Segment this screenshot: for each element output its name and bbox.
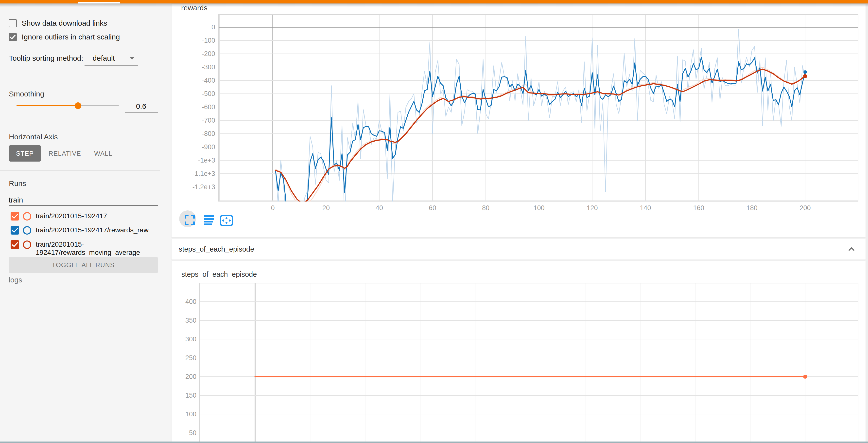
y-axis-tick-label: -1.2e+3 [183, 183, 215, 191]
y-axis-tick-label: 50 [164, 429, 196, 437]
steps-chart-title: steps_of_each_episode [181, 270, 257, 278]
y-axis-tick-label: -200 [183, 50, 215, 58]
section-header-card[interactable] [171, 239, 866, 260]
horizontal-axis-heading: Horizontal Axis [9, 133, 58, 141]
axis-option-wall[interactable]: WALL [92, 145, 114, 161]
divider [0, 124, 160, 124]
x-axis-tick-label: 200 [790, 204, 820, 212]
checkbox-label: Show data download links [22, 19, 107, 27]
run-solo-radio[interactable] [23, 240, 31, 249]
y-axis-tick-label: 0 [183, 24, 215, 31]
x-axis-tick-label: 160 [684, 204, 713, 212]
series-line [276, 29, 805, 202]
y-axis-tick-label: 350 [164, 317, 196, 324]
check-icon [11, 213, 19, 219]
run-label: train/20201015-192417/rewards_raw [36, 226, 159, 234]
run-row[interactable]: train/20201015-192417/rewards_raw [10, 226, 159, 235]
run-row[interactable]: train/20201015-192417/rewards_moving_ave… [10, 240, 159, 257]
smoothing-heading: Smoothing [9, 90, 44, 98]
chart-toolbar [181, 212, 240, 227]
series-line [276, 57, 805, 202]
fit-domain-icon[interactable] [221, 215, 232, 226]
smoothing-slider-thumb[interactable] [75, 102, 81, 109]
runs-heading: Runs [9, 179, 26, 188]
series-end-dot [803, 70, 807, 74]
chevron-up-icon[interactable] [847, 246, 856, 253]
series-end-dot [803, 74, 807, 78]
steps-plot-area[interactable] [199, 283, 858, 443]
logdir-label: logs [9, 276, 22, 284]
check-icon [9, 34, 16, 40]
x-axis-tick-label: 80 [471, 204, 500, 212]
dropdown-arrow-icon[interactable] [130, 57, 134, 60]
dropdown-underline [85, 65, 138, 66]
y-axis-tick-label: -500 [183, 90, 215, 98]
rewards-chart-title: rewards [181, 4, 208, 12]
check-icon [11, 241, 19, 248]
smoothing-value-field[interactable]: 0.6 [124, 102, 158, 111]
y-axis-tick-label: 100 [164, 410, 196, 418]
y-axis-tick-label: 300 [164, 335, 196, 343]
y-axis-tick-label: -600 [183, 104, 215, 111]
checkbox-label: Ignore outliers in chart scaling [22, 33, 120, 41]
run-filter-input[interactable]: train [9, 196, 23, 204]
x-axis-tick-label: 140 [631, 204, 660, 212]
y-axis-tick-label: -900 [183, 143, 215, 151]
divider [0, 79, 160, 79]
run-solo-radio[interactable] [23, 212, 31, 220]
y-axis-tick-label: 400 [164, 298, 196, 305]
rewards-plot-area[interactable] [218, 14, 858, 202]
run-checkbox[interactable] [10, 212, 19, 220]
data-table-icon[interactable] [204, 215, 214, 225]
run-checkbox[interactable] [10, 240, 19, 249]
series-end-dot [803, 375, 807, 379]
smoothing-slider-fill [17, 105, 78, 106]
y-axis-tick-label: -1.1e+3 [183, 170, 215, 178]
y-axis-tick-label: -400 [183, 77, 215, 84]
fullscreen-icon[interactable] [186, 215, 194, 225]
x-axis-tick-label: 40 [365, 204, 394, 212]
ignore-outliers-checkbox[interactable] [9, 33, 17, 41]
smoothing-value-underline [125, 113, 158, 113]
x-axis-tick-label: 0 [258, 204, 288, 212]
series-line [276, 67, 805, 202]
tooltip-sorting-row: Tooltip sorting method: default [9, 54, 115, 62]
y-axis-tick-label: 200 [164, 373, 196, 381]
active-tab-indicator [78, 2, 120, 3]
ignore-outliers-row[interactable]: Ignore outliers in chart scaling [9, 33, 120, 41]
run-filter-underline [9, 205, 158, 206]
viewport-bottom-edge [0, 442, 868, 443]
tooltip-sorting-select[interactable]: default [93, 54, 115, 62]
plot-border [199, 283, 858, 443]
x-axis-tick-label: 20 [311, 204, 341, 212]
y-axis-tick-label: 150 [164, 392, 196, 400]
show-download-links-row[interactable]: Show data download links [9, 19, 107, 27]
settings-sidebar: Show data download links Ignore outliers… [0, 3, 160, 443]
app-header-bar [0, 0, 868, 3]
check-icon [11, 227, 19, 233]
y-axis-tick-label: -800 [183, 130, 215, 138]
section-header-title: steps_of_each_episode [179, 245, 254, 253]
y-axis-tick-label: -300 [183, 63, 215, 71]
x-axis-tick-label: 100 [524, 204, 554, 212]
x-axis-tick-label: 180 [737, 204, 767, 212]
y-axis-tick-label: -100 [183, 37, 215, 45]
y-axis-tick-label: -700 [183, 117, 215, 124]
scrollbar-track[interactable] [866, 3, 868, 443]
y-axis-tick-label: -1e+3 [183, 157, 215, 164]
x-axis-tick-label: 120 [578, 204, 607, 212]
run-checkbox[interactable] [10, 226, 19, 235]
show-download-links-checkbox[interactable] [9, 19, 17, 27]
toggle-all-runs-button[interactable]: TOGGLE ALL RUNS [9, 257, 158, 273]
run-label: train/20201015-192417 [36, 212, 159, 220]
axis-option-step[interactable]: STEP [9, 145, 41, 161]
run-label: train/20201015-192417/rewards_moving_ave… [36, 240, 159, 257]
tooltip-sorting-label: Tooltip sorting method: [9, 54, 83, 62]
y-axis-tick-label: 250 [164, 354, 196, 362]
run-solo-radio[interactable] [23, 226, 31, 235]
x-axis-tick-label: 60 [418, 204, 447, 212]
axis-option-relative[interactable]: RELATIVE [48, 145, 81, 161]
run-row[interactable]: train/20201015-192417 [10, 212, 159, 220]
tensorboard-app: Show data download links Ignore outliers… [0, 0, 868, 443]
